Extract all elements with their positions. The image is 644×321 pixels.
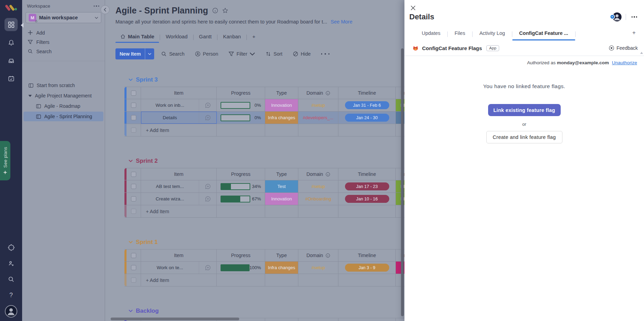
select-all-checkbox[interactable] [127,168,141,180]
column-header-priority[interactable]: Priority [396,318,404,321]
unauthorize-link[interactable]: Unauthorize [612,60,637,65]
link-existing-feature-flag-button[interactable]: Link existing feature flag [488,104,561,116]
add-update-icon[interactable] [199,112,216,124]
notifications-bell-icon[interactable] [4,36,18,49]
chevron-down-icon[interactable] [145,48,154,59]
apps-puzzle-icon[interactable] [4,241,18,254]
add-update-icon[interactable] [199,262,216,274]
see-more-link[interactable]: See More [331,19,353,25]
workspace-search-button[interactable]: Search [22,47,105,56]
column-header-timeline[interactable]: Timeline [338,87,396,99]
user-avatar[interactable] [5,305,17,318]
add-item-row[interactable]: + Add Item [124,205,404,218]
type-cell[interactable]: Infra changes [265,112,298,124]
progress-cell[interactable]: 34% [217,180,265,192]
progress-cell[interactable]: 0% [217,99,265,111]
horizontal-scrollbar[interactable] [111,318,239,320]
column-header-item[interactable]: Item [141,168,217,180]
timeline-pill[interactable]: Jan 24 - 30 [345,114,389,122]
timeline-cell[interactable]: Jan 17 - 23 [338,180,396,192]
search-icon[interactable] [4,273,18,286]
row-checkbox[interactable] [127,99,141,111]
tab-gantt[interactable]: Gantt [194,31,217,43]
column-header-type[interactable]: Type [265,249,298,261]
group-title[interactable]: Sprint 3 [129,75,404,85]
close-icon[interactable] [409,4,417,12]
row-checkbox[interactable] [127,112,141,124]
progress-cell[interactable]: 0% [217,112,265,124]
sidebar-item-start-from-scratch[interactable]: Start from scratch [24,81,103,90]
workspace-picker[interactable]: M Main workspace [26,12,101,23]
new-item-button[interactable]: New Item [115,48,154,59]
monday-logo-icon[interactable] [5,3,17,13]
column-header-progress[interactable]: Progress [217,87,265,99]
type-cell[interactable]: Infra changes [265,262,298,274]
collapse-sidebar-button[interactable] [101,5,110,14]
help-icon[interactable]: ? [4,289,18,302]
search-button[interactable]: Search [158,49,188,59]
workspace-add-button[interactable]: Add [22,28,105,37]
column-header-domain[interactable]: Domain [298,318,338,321]
panel-more-icon[interactable] [630,15,639,19]
tab-configcat-feature-flags[interactable]: ConfigCat Feature ... [512,28,575,40]
select-all-checkbox[interactable] [127,249,141,261]
progress-cell[interactable]: 67% [217,193,265,205]
hide-button[interactable]: Hide [289,49,314,59]
tab-files[interactable]: Files [448,28,472,40]
item-name[interactable]: Details [141,112,199,124]
type-cell[interactable]: Innovation [265,99,298,111]
sidebar-item-agile-roadmap[interactable]: Agile - Roadmap [24,101,103,111]
scrollbar-up-arrow[interactable] [640,52,643,54]
timeline-cell[interactable]: Jan 3 - 9 [338,262,396,274]
domain-cell[interactable]: #setup [298,99,338,111]
group-title[interactable]: Backlog [129,306,404,316]
create-and-link-feature-flag-button[interactable]: Create and link feature flag [486,131,562,143]
table-row[interactable]: Create wiza... 67% Innovation #Onboardin… [124,193,404,205]
add-item-button[interactable]: + Add Item [141,205,217,217]
add-item-button[interactable]: + Add Item [141,124,217,136]
tab-main-table[interactable]: Main Table [115,31,159,43]
domain-cell[interactable]: #Onboarding [298,193,338,205]
filter-button[interactable]: Filter [225,49,259,59]
table-row[interactable]: Work on inb... 0% Innovation #setup Jan … [124,99,404,112]
vertical-scrollbar[interactable] [401,48,404,316]
feedback-button[interactable]: Feedback [609,45,638,51]
see-plans-tab[interactable]: See plans [0,141,10,180]
column-header-progress[interactable]: Progress [217,249,265,261]
tab-activity-log[interactable]: Activity Log [473,28,512,40]
domain-cell[interactable]: #developers_... [298,112,338,124]
tab-updates[interactable]: Updates [415,28,447,40]
group-title[interactable]: Sprint 1 [129,237,404,247]
column-header-type[interactable]: Type [265,168,298,180]
subscribers-avatar[interactable]: + [611,12,622,21]
work-management-icon[interactable] [4,18,18,31]
add-item-row[interactable]: + Add Item [124,274,404,286]
sidebar-item-agile-sprint-planning[interactable]: Agile - Sprint Planning [24,112,103,121]
favorite-star-icon[interactable] [222,8,228,13]
timeline-pill[interactable]: Jan 31 - Feb 6 [345,101,389,109]
row-checkbox[interactable] [127,193,141,205]
toolbar-more-icon[interactable] [318,51,333,57]
table-row-selected[interactable]: Details 0% Infra changes #developers_...… [124,112,404,124]
timeline-pill[interactable]: Jan 3 - 9 [345,264,389,272]
domain-cell[interactable]: #setup [298,262,338,274]
column-header-domain[interactable]: Domain [298,168,338,180]
workspace-more-icon[interactable] [92,4,101,8]
add-update-icon[interactable] [199,193,216,205]
my-work-calendar-icon[interactable] [4,72,18,85]
column-header-type[interactable]: Type [265,318,298,321]
progress-cell[interactable]: 100% [217,262,265,274]
table-row[interactable]: AB test tem... 34% Test #setup Jan 17 - … [124,180,404,193]
column-header-timeline[interactable]: Timeline [338,168,396,180]
item-name[interactable]: Work on inb... [141,99,199,111]
group-title[interactable]: Sprint 2 [129,156,404,166]
add-item-button[interactable]: + Add Item [141,274,217,286]
column-header-timeline[interactable]: Timeline [338,318,396,321]
add-update-icon[interactable] [199,99,216,111]
timeline-pill[interactable]: Jan 17 - 23 [345,182,389,190]
item-name[interactable]: Work on te... [141,262,199,274]
invite-members-icon[interactable] [4,257,18,270]
timeline-cell[interactable]: Jan 24 - 30 [338,112,396,124]
table-row[interactable]: Work on te... 100% Infra changes #setup … [124,262,404,274]
column-header-type[interactable]: Type [265,87,298,99]
